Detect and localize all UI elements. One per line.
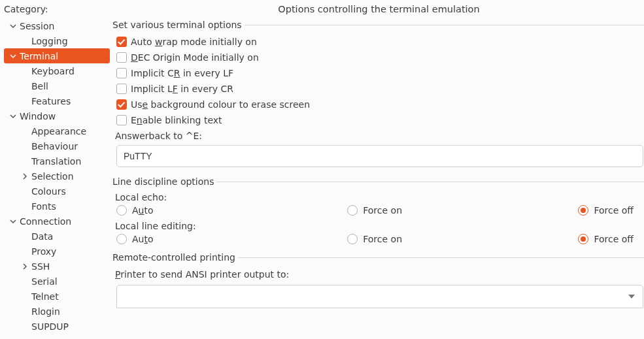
tree-item-label-proxy: Proxy xyxy=(30,246,56,257)
settings-panel: Options controlling the terminal emulati… xyxy=(110,0,644,339)
local-echo-option[interactable]: Auto xyxy=(116,205,347,216)
tree-item-label-colours: Colours xyxy=(30,186,66,197)
chevron-right-icon[interactable] xyxy=(20,173,30,180)
tree-item-label-connection: Connection xyxy=(18,216,71,227)
tree-item-label-supdup: SUPDUP xyxy=(30,321,69,332)
printer-label: Printer to send ANSI printer output to: xyxy=(114,266,644,282)
tree-item-fonts[interactable]: Fonts xyxy=(0,199,110,214)
radio-button[interactable] xyxy=(116,234,127,244)
tree-item-keyboard[interactable]: Keyboard xyxy=(0,63,110,78)
category-tree: SessionLoggingTerminalKeyboardBellFeatur… xyxy=(0,16,110,334)
checkbox-row: Implicit LF in every CR xyxy=(114,81,644,97)
group-line-discipline-legend: Line discipline options xyxy=(112,176,216,187)
tree-item-behaviour[interactable]: Behaviour xyxy=(0,138,110,153)
tree-item-label-behaviour: Behaviour xyxy=(30,141,78,152)
tree-item-rlogin[interactable]: Rlogin xyxy=(0,304,110,319)
checkbox-label: DEC Origin Mode initially on xyxy=(131,52,259,63)
tree-item-label-terminal: Terminal xyxy=(18,51,58,61)
tree-item-connection[interactable]: Connection xyxy=(0,214,110,229)
tree-item-selection[interactable]: Selection xyxy=(0,169,110,184)
radio-label: Force on xyxy=(363,205,402,216)
tree-item-label-appearance: Appearance xyxy=(30,126,86,137)
panel-title: Options controlling the terminal emulati… xyxy=(114,3,644,20)
chevron-down-icon[interactable] xyxy=(8,53,18,59)
checkbox[interactable] xyxy=(116,84,127,94)
tree-item-telnet[interactable]: Telnet xyxy=(0,289,110,304)
radio-button[interactable] xyxy=(347,234,358,244)
answerback-label: Answerback to ^E: xyxy=(114,128,644,144)
tree-item-serial[interactable]: Serial xyxy=(0,274,110,289)
tree-item-label-data: Data xyxy=(30,231,53,242)
tree-item-label-bell: Bell xyxy=(30,81,48,91)
local-line-editing-option[interactable]: Force on xyxy=(347,234,578,244)
local-line-editing-option[interactable]: Force off xyxy=(578,234,644,244)
radio-button[interactable] xyxy=(578,205,588,216)
checkbox[interactable] xyxy=(116,99,127,110)
chevron-down-icon[interactable] xyxy=(8,23,18,29)
category-heading: Category: xyxy=(0,3,110,16)
radio-label: Force off xyxy=(594,234,634,244)
tree-item-supdup[interactable]: SUPDUP xyxy=(0,319,110,334)
answerback-input[interactable] xyxy=(116,145,643,167)
checkbox-label: Enable blinking text xyxy=(131,115,222,125)
checkbox-row: Implicit CR in every LF xyxy=(114,65,644,81)
tree-item-label-session: Session xyxy=(18,21,54,31)
tree-item-session[interactable]: Session xyxy=(0,18,110,33)
tree-item-label-translation: Translation xyxy=(30,156,81,167)
group-remote-printing-legend: Remote-controlled printing xyxy=(112,252,238,263)
chevron-down-icon[interactable] xyxy=(8,113,18,120)
local-echo-option[interactable]: Force on xyxy=(347,205,578,216)
checkbox-label: Use background colour to erase screen xyxy=(131,99,310,110)
group-line-discipline: Line discipline options Local echo: Auto… xyxy=(114,176,644,248)
tree-item-label-fonts: Fonts xyxy=(30,201,56,212)
radio-button[interactable] xyxy=(578,234,588,244)
checkbox[interactable] xyxy=(116,37,127,47)
local-echo-radio-group: AutoForce onForce off xyxy=(114,204,644,219)
tree-item-label-rlogin: Rlogin xyxy=(30,306,60,317)
local-line-editing-label: Local line editing: xyxy=(114,219,644,233)
checkbox-row: Auto wrap mode initially on xyxy=(114,34,644,50)
tree-item-label-selection: Selection xyxy=(30,171,74,182)
printer-combobox[interactable] xyxy=(116,285,643,308)
tree-item-label-telnet: Telnet xyxy=(30,291,59,302)
tree-item-logging[interactable]: Logging xyxy=(0,33,110,48)
checkbox[interactable] xyxy=(116,52,127,63)
tree-item-terminal[interactable]: Terminal xyxy=(4,48,110,63)
chevron-down-icon[interactable] xyxy=(8,218,18,225)
checkbox-label: Implicit CR in every LF xyxy=(131,68,233,78)
checkbox-label: Auto wrap mode initially on xyxy=(131,37,257,47)
checkbox[interactable] xyxy=(116,115,127,125)
checkbox-row: Use background colour to erase screen xyxy=(114,97,644,112)
checkbox-label: Implicit LF in every CR xyxy=(131,84,233,94)
checkbox-row: Enable blinking text xyxy=(114,112,644,128)
chevron-right-icon[interactable] xyxy=(20,263,30,270)
group-terminal-options: Set various terminal options Auto wrap m… xyxy=(114,20,644,172)
tree-item-label-features: Features xyxy=(30,96,71,106)
tree-item-label-ssh: SSH xyxy=(30,261,50,272)
radio-label: Auto xyxy=(132,234,154,244)
checkbox[interactable] xyxy=(116,68,127,78)
radio-label: Auto xyxy=(132,205,154,216)
tree-item-window[interactable]: Window xyxy=(0,108,110,123)
tree-item-colours[interactable]: Colours xyxy=(0,184,110,199)
radio-label: Force off xyxy=(594,205,634,216)
local-line-editing-option[interactable]: Auto xyxy=(116,234,347,244)
category-sidebar: Category: SessionLoggingTerminalKeyboard… xyxy=(0,0,110,339)
local-echo-option[interactable]: Force off xyxy=(578,205,644,216)
tree-item-label-keyboard: Keyboard xyxy=(30,66,75,76)
group-remote-printing: Remote-controlled printing Printer to se… xyxy=(114,252,644,308)
tree-item-proxy[interactable]: Proxy xyxy=(0,244,110,259)
tree-item-translation[interactable]: Translation xyxy=(0,153,110,169)
radio-button[interactable] xyxy=(116,205,127,216)
tree-item-label-window: Window xyxy=(18,111,56,121)
radio-label: Force on xyxy=(363,234,402,244)
local-echo-label: Local echo: xyxy=(114,191,644,204)
local-line-editing-radio-group: AutoForce onForce off xyxy=(114,233,644,248)
tree-item-data[interactable]: Data xyxy=(0,229,110,244)
tree-item-features[interactable]: Features xyxy=(0,93,110,108)
radio-button[interactable] xyxy=(347,205,358,216)
tree-item-label-serial: Serial xyxy=(30,276,58,287)
tree-item-ssh[interactable]: SSH xyxy=(0,259,110,274)
tree-item-bell[interactable]: Bell xyxy=(0,78,110,93)
tree-item-appearance[interactable]: Appearance xyxy=(0,123,110,138)
